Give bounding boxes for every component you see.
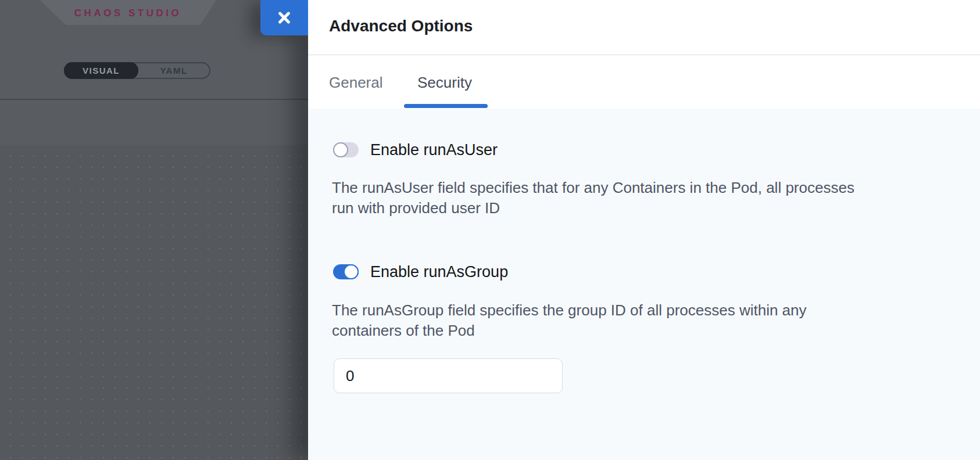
security-tab-panel <box>308 109 980 460</box>
run-as-user-description: The runAsUser field specifies that for a… <box>332 178 854 218</box>
run-as-group-toggle[interactable] <box>333 264 359 279</box>
tab-security[interactable]: Security <box>417 74 472 92</box>
chaos-studio-screen: CHAOS STUDIO VISUAL YAML Advanced Option… <box>0 0 980 460</box>
run-as-user-toggle[interactable] <box>333 142 359 157</box>
close-drawer-button[interactable] <box>260 0 308 35</box>
drawer-header: Advanced Options <box>308 0 980 55</box>
run-as-group-description: The runAsGroup field specifies the group… <box>332 300 807 341</box>
canvas-top-divider <box>0 99 308 100</box>
chaos-studio-label: CHAOS STUDIO <box>74 6 181 19</box>
drawer-title: Advanced Options <box>329 17 473 35</box>
active-tab-indicator <box>404 104 488 108</box>
chaos-studio-banner: CHAOS STUDIO <box>40 0 216 25</box>
close-icon <box>277 10 292 26</box>
tab-yaml[interactable]: YAML <box>138 63 209 78</box>
tab-visual[interactable]: VISUAL <box>64 62 138 79</box>
run-as-group-label: Enable runAsGroup <box>370 263 508 281</box>
run-as-user-label: Enable runAsUser <box>370 141 498 159</box>
group-id-input[interactable] <box>334 358 563 393</box>
toggle-knob <box>333 142 348 157</box>
tab-general[interactable]: General <box>329 74 383 92</box>
toggle-knob <box>344 264 359 279</box>
visual-yaml-toggle: VISUAL YAML <box>64 62 210 79</box>
advanced-options-drawer: Advanced Options General Security Enable… <box>308 0 980 460</box>
workflow-dot-canvas[interactable] <box>0 145 308 460</box>
dimmed-canvas-backdrop: CHAOS STUDIO VISUAL YAML <box>0 0 308 460</box>
